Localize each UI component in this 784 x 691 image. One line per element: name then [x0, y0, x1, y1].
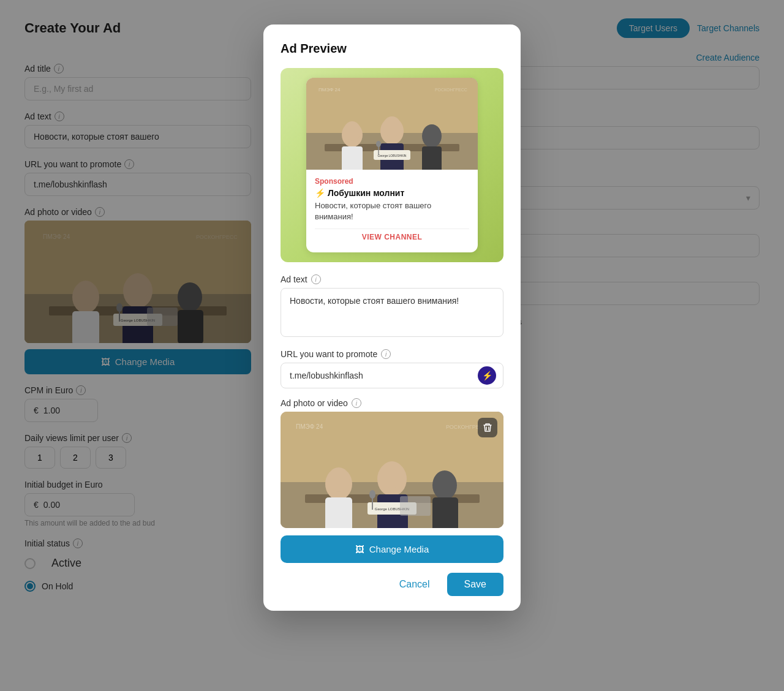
modal-url-info-icon: i — [381, 349, 391, 359]
preview-image-svg: George LOBUSHKIN ПМЭФ 24 РОСКОНГРЕСС — [306, 78, 478, 170]
modal-change-media-icon: 🖼 — [355, 544, 364, 554]
svg-text:ПМЭФ 24: ПМЭФ 24 — [296, 423, 323, 430]
svg-point-23 — [344, 121, 361, 141]
ad-preview-modal: Ad Preview — [263, 25, 521, 611]
modal-url-row: ⚡ — [281, 363, 503, 388]
svg-rect-45 — [432, 497, 458, 528]
modal-change-media-button[interactable]: 🖼 Change Media — [281, 535, 503, 563]
svg-text:ПМЭФ 24: ПМЭФ 24 — [318, 87, 341, 93]
modal-ad-text-info-icon: i — [311, 274, 321, 284]
modal-footer: Cancel Save — [281, 573, 503, 596]
delete-photo-button[interactable] — [478, 418, 497, 437]
trash-icon — [483, 423, 492, 432]
svg-point-44 — [432, 470, 457, 500]
svg-text:РОСКОНГРЕСС: РОСКОНГРЕСС — [435, 88, 467, 92]
svg-point-49 — [369, 490, 375, 499]
modal-photo-info-icon: i — [352, 398, 361, 408]
svg-rect-22 — [342, 146, 363, 170]
modal-photo-svg: George LOBUSHKIN ПМЭФ 24 РОСКОНГРЕСС — [281, 412, 503, 528]
modal-overlay[interactable]: Ad Preview — [0, 0, 784, 691]
ad-preview-wrapper: George LOBUSHKIN ПМЭФ 24 РОСКОНГРЕСС Spo… — [281, 68, 503, 262]
modal-url-input[interactable] — [281, 363, 503, 388]
modal-ad-text-input[interactable]: Новости, которые стоят вашего внимания! — [281, 288, 503, 337]
ad-card-image: George LOBUSHKIN ПМЭФ 24 РОСКОНГРЕСС — [306, 78, 478, 170]
modal-url-label: URL you want to promote i — [281, 349, 503, 359]
svg-point-43 — [380, 461, 404, 488]
channel-name: ⚡ Лобушкин молнит — [315, 188, 469, 198]
svg-rect-50 — [400, 496, 431, 516]
cancel-button[interactable]: Cancel — [390, 573, 440, 596]
svg-point-27 — [422, 124, 442, 148]
modal-ad-text-label: Ad text i — [281, 274, 503, 284]
svg-point-32 — [376, 141, 381, 147]
svg-point-26 — [383, 116, 401, 137]
svg-rect-39 — [325, 497, 352, 528]
save-button[interactable]: Save — [447, 573, 503, 596]
modal-photo-label: Ad photo or video i — [281, 398, 503, 408]
modal-photo-container: George LOBUSHKIN ПМЭФ 24 РОСКОНГРЕСС — [281, 412, 503, 528]
modal-title: Ad Preview — [281, 42, 503, 56]
ad-preview-card: George LOBUSHKIN ПМЭФ 24 РОСКОНГРЕСС Spo… — [306, 78, 478, 252]
sponsored-text: Sponsored — [315, 177, 469, 186]
lightning-icon: ⚡ — [478, 366, 496, 385]
view-channel-button[interactable]: VIEW CHANNEL — [315, 228, 469, 245]
svg-rect-28 — [422, 146, 442, 170]
ad-description: Новости, которые стоят вашего внимания! — [315, 200, 469, 222]
ad-card-body: Sponsored ⚡ Лобушкин молнит Новости, кот… — [306, 170, 478, 252]
svg-text:George LOBUSHKIN: George LOBUSHKIN — [378, 154, 407, 157]
svg-point-40 — [328, 467, 350, 492]
